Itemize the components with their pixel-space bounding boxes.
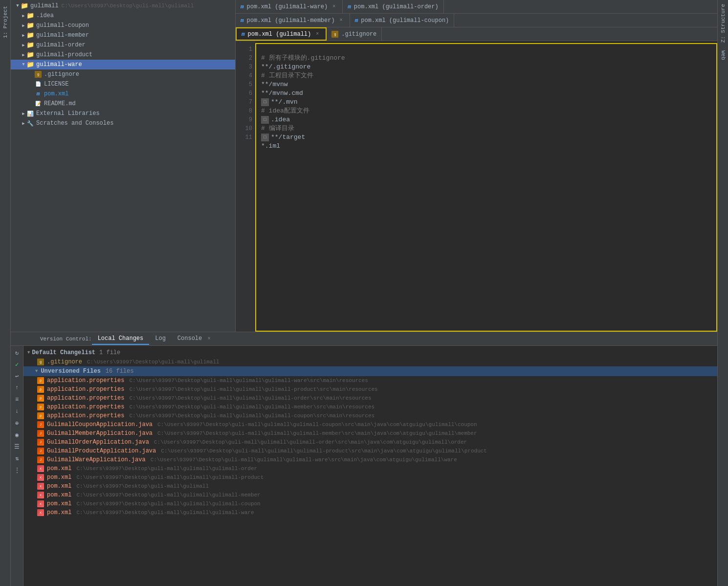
file-entry-props-1[interactable]: p application.properties C:\Users\93997\…: [23, 376, 717, 385]
tab-local-changes[interactable]: Local Changes: [92, 333, 150, 345]
tab-pom-coupon[interactable]: m pom.xml (gulimall-coupon): [350, 14, 455, 27]
checkmark-btn[interactable]: ✓: [12, 360, 22, 369]
download-btn[interactable]: ↓: [12, 406, 22, 416]
gitignore-entry-path: C:\Users\93997\Desktop\guli-mall\gulimal…: [87, 359, 220, 365]
tab-close-pom-gulimall[interactable]: ×: [314, 31, 321, 38]
users-btn[interactable]: ⊕: [12, 418, 22, 428]
tree-arrow-idea: ▶: [21, 13, 26, 19]
pom-path-product: C:\Users\93997\Desktop\guli-mall\gulimal…: [76, 474, 264, 480]
folder-icon-order: 📁: [26, 41, 34, 49]
sort-btn[interactable]: ⇅: [12, 453, 22, 463]
tree-item-pom[interactable]: ▶ m pom.xml: [11, 89, 235, 99]
tree-label-ware: gulimall-ware: [36, 61, 82, 68]
props-icon-5: p: [37, 412, 44, 419]
file-entry-pom-member[interactable]: x pom.xml C:\Users\93997\Desktop\guli-ma…: [23, 491, 717, 499]
bottom-panel: Version Control: Local Changes Log Conso…: [11, 332, 717, 586]
file-entry-pom-gulimall[interactable]: x pom.xml C:\Users\93997\Desktop\guli-ma…: [23, 482, 717, 491]
tree-item-extlibs[interactable]: ▶ 📊 External Libraries: [11, 109, 235, 118]
tree-item-product[interactable]: ▶ 📁 gulimall-product: [11, 50, 235, 60]
tab-pom-member[interactable]: m pom.xml (gulimall-member) ×: [236, 14, 350, 27]
tree-item-coupon[interactable]: ▶ 📁 gulimall-coupon: [11, 21, 235, 30]
tree-label-idea: .idea: [36, 12, 54, 19]
xml-icon-pom-order: x: [37, 465, 44, 472]
tab-log[interactable]: Log: [149, 333, 172, 345]
tree-item-readme[interactable]: ▶ 📝 README.md: [11, 99, 235, 109]
tree-item-order[interactable]: ▶ 📁 gulimall-order: [11, 40, 235, 50]
props-path-5: C:\Users\93997\Desktop\guli-mall\gulimal…: [129, 413, 375, 419]
file-entry-java-product[interactable]: J GulimallProductApplication.java C:\Use…: [23, 447, 717, 455]
file-entry-java-ware[interactable]: J GulimallWareApplication.java C:\Users\…: [23, 455, 717, 464]
tree-item-idea[interactable]: ▶ 📁 .idea: [11, 11, 235, 21]
file-entry-pom-order[interactable]: x pom.xml C:\Users\93997\Desktop\guli-ma…: [23, 464, 717, 473]
file-entry-props-3[interactable]: p application.properties C:\Users\93997\…: [23, 394, 717, 403]
file-entry-props-4[interactable]: p application.properties C:\Users\93997\…: [23, 403, 717, 411]
java-icon-product: J: [37, 448, 44, 454]
folder-icon-idea: 📁: [26, 12, 34, 20]
file-entry-pom-coupon[interactable]: x pom.xml C:\Users\93997\Desktop\guli-ma…: [23, 499, 717, 508]
line-numbers: 1 2 3 4 5 6 7 8 9 10 11: [236, 41, 255, 332]
changelist-count-default: 1 file: [99, 349, 120, 356]
bottom-tabs-bar: Version Control: Local Changes Log Conso…: [11, 332, 717, 346]
code-line-4: **/mvnw: [261, 81, 288, 88]
unversioned-files-header[interactable]: ▼ Unversioned Files 16 files: [23, 366, 717, 376]
tree-item-gitignore[interactable]: ▶ g .gitignore: [11, 69, 235, 79]
editor-main: m pom.xml (gulimall-ware) × m pom.xml (g…: [236, 0, 717, 332]
tab-pom-ware[interactable]: m pom.xml (gulimall-ware) ×: [236, 0, 343, 13]
file-entry-java-coupon[interactable]: J GulimallCouponApplication.java C:\User…: [23, 420, 717, 429]
arrow-up-btn[interactable]: ↑: [12, 383, 22, 393]
pom-name-gulimall: pom.xml: [47, 483, 71, 490]
editor-tabs-row3: m pom.xml (gulimall) × g .gitignore: [236, 27, 717, 41]
tab-close-pom-member[interactable]: ×: [338, 17, 345, 24]
file-entry-gitignore-default[interactable]: g .gitignore C:\Users\93997\Desktop\guli…: [23, 358, 717, 366]
java-name-product: GulimallProductApplication.java: [47, 448, 156, 454]
file-entry-props-5[interactable]: p application.properties C:\Users\93997\…: [23, 411, 717, 420]
folder-icon-gulimall: 📁: [21, 2, 28, 10]
tab-console-label: Console: [177, 335, 202, 342]
tab-console[interactable]: Console ×: [172, 333, 217, 345]
tree-label-gitignore-file: .gitignore: [44, 71, 79, 78]
tree-item-gulimall[interactable]: ▼ 📁 gulimall C:\Users\93997\Desktop\guli…: [11, 1, 235, 11]
code-line-10: □**/target: [261, 134, 305, 141]
tree-label-license: LICENSE: [44, 81, 68, 88]
file-entry-pom-ware[interactable]: x pom.xml C:\Users\93997\Desktop\guli-ma…: [23, 508, 717, 517]
comment-btn[interactable]: ≡: [12, 395, 22, 405]
list-btn[interactable]: ☰: [12, 442, 22, 451]
file-entry-props-2[interactable]: p application.properties C:\Users\93997\…: [23, 385, 717, 394]
tree-label-coupon: gulimall-coupon: [36, 22, 89, 29]
tab-gitignore[interactable]: g .gitignore: [327, 27, 382, 41]
tree-item-license[interactable]: ▶ 📄 LICENSE: [11, 79, 235, 89]
tree-item-ware[interactable]: ▼ 📁 gulimall-ware: [11, 60, 235, 69]
pom-name-coupon: pom.xml: [47, 500, 71, 507]
web-tab-label[interactable]: Web: [719, 46, 727, 64]
tab-pom-order[interactable]: m pom.xml (gulimall-order): [343, 0, 443, 13]
java-path-member: C:\Users\93997\Desktop\guli-mall\gulimal…: [157, 430, 477, 436]
file-entry-java-order[interactable]: J GulimallOrderApplication.java C:\Users…: [23, 438, 717, 447]
tree-arrow-ware: ▼: [21, 62, 26, 68]
tab-close-pom-ware[interactable]: ×: [331, 3, 337, 10]
tree-item-member[interactable]: ▶ 📁 gulimall-member: [11, 30, 235, 40]
code-line-1: # 所有子模块的.gitignore: [261, 54, 345, 62]
java-name-ware: GulimallWareApplication.java: [47, 456, 146, 463]
structure-tab-label[interactable]: Z: Structure: [719, 0, 727, 46]
refresh-btn[interactable]: ↻: [12, 348, 22, 358]
tree-item-scratches[interactable]: ▶ 🔧 Scratches and Consoles: [11, 118, 235, 128]
java-icon-ware: J: [37, 456, 44, 463]
tree-arrow-scratches: ▶: [21, 120, 26, 126]
file-entry-java-member[interactable]: J GulimallMemberApplication.java C:\User…: [23, 429, 717, 438]
view-btn[interactable]: ◉: [12, 430, 22, 440]
tree-arrow-extlibs: ▶: [21, 111, 26, 116]
default-changelist-header[interactable]: ▼ Default Changelist 1 file: [23, 348, 717, 358]
code-content[interactable]: # 所有子模块的.gitignore **/.gitignore # 工程目录下…: [255, 41, 717, 332]
pom-path-gulimall: C:\Users\93997\Desktop\guli-mall\gulimal…: [76, 483, 209, 489]
tab-console-close[interactable]: ×: [207, 336, 210, 341]
project-tab-label[interactable]: 1: Project: [1, 2, 9, 42]
libs-icon: 📊: [26, 110, 34, 117]
undo-btn[interactable]: ↩: [12, 371, 22, 381]
xml-icon-pom-product: x: [37, 474, 44, 481]
left-sidebar-bar: 1: Project: [0, 0, 11, 586]
props-icon-2: p: [37, 386, 44, 393]
tab-pom-gulimall[interactable]: m pom.xml (gulimall) ×: [236, 27, 327, 41]
xml-icon-pom-gulimall: x: [37, 483, 44, 490]
more-btn[interactable]: ⋮: [12, 465, 22, 475]
file-entry-pom-product[interactable]: x pom.xml C:\Users\93997\Desktop\guli-ma…: [23, 473, 717, 482]
